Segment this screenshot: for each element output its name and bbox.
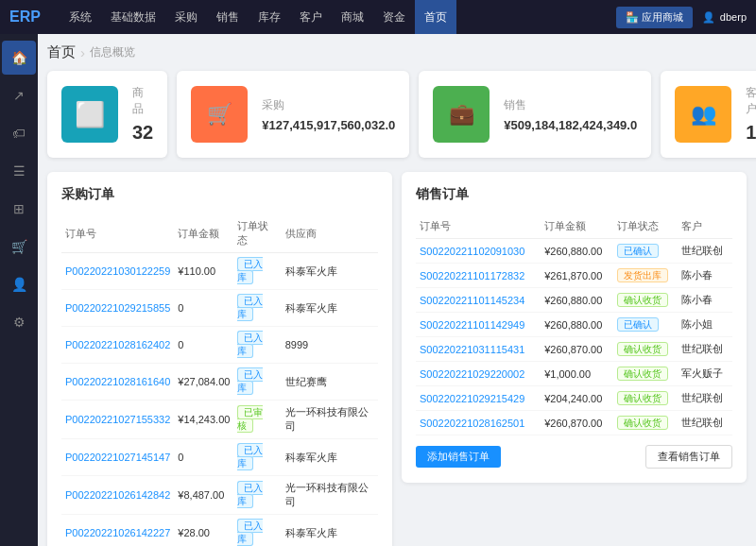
sidebar-grid-icon[interactable]: ⊞ bbox=[2, 192, 36, 226]
sidebar-menu-icon[interactable]: ☰ bbox=[2, 154, 36, 188]
po-status: 已入库 bbox=[233, 327, 281, 364]
nav-home[interactable]: 首页 bbox=[415, 0, 456, 34]
nav-sales[interactable]: 销售 bbox=[207, 0, 249, 34]
so-amount: ¥260,880.00 bbox=[541, 313, 613, 337]
nav-finance[interactable]: 资金 bbox=[373, 0, 415, 34]
table-row: P00220221028162402 0 已入库 8999 bbox=[61, 327, 378, 364]
table-row: S00220221101172832 ¥261,870.00 发货出库 陈小春 bbox=[416, 264, 732, 288]
sidebar-cart-icon[interactable]: 🛒 bbox=[2, 230, 36, 264]
sidebar-tag-icon[interactable]: 🏷 bbox=[2, 116, 36, 150]
user-avatar-icon: 👤 bbox=[702, 11, 715, 24]
purchase-orders-col: 采购订单 订单号 订单金额 订单状态 供应商 P0022022103012 bbox=[47, 172, 392, 546]
sales-icon: 💼 bbox=[433, 86, 490, 143]
po-supplier: 科泰军火库 bbox=[282, 253, 378, 290]
username: dberp bbox=[720, 11, 747, 23]
table-row: P00220221026142227 ¥28.00 已入库 科泰军火库 bbox=[61, 515, 378, 547]
purchase-value: ¥127,415,917,560,032.0 bbox=[262, 118, 395, 132]
so-customer: 陈小春 bbox=[678, 264, 732, 288]
po-status: 已入库 bbox=[233, 515, 281, 547]
top-right: 🏪 应用商城 👤 dberp bbox=[616, 7, 747, 28]
stat-card-goods: ⬜ 商品 32 bbox=[47, 71, 167, 158]
po-amount: ¥27,084.00 bbox=[174, 364, 233, 401]
so-status: 确认收货 bbox=[613, 386, 679, 411]
app-store-button[interactable]: 🏪 应用商城 bbox=[616, 7, 693, 28]
so-status: 确认收货 bbox=[613, 411, 679, 435]
po-order-link[interactable]: P00220221027155332 bbox=[65, 414, 170, 425]
po-status: 已入库 bbox=[233, 439, 281, 476]
po-supplier: 光一环科技有限公司 bbox=[282, 401, 378, 439]
user-info: 👤 dberp bbox=[702, 11, 747, 24]
customers-value: 14 bbox=[746, 122, 756, 144]
purchase-orders-title: 采购订单 bbox=[61, 186, 378, 203]
so-order-link[interactable]: S00220221101172832 bbox=[420, 270, 524, 282]
sales-label: 销售 bbox=[504, 97, 637, 113]
so-order-link[interactable]: S00220221101145234 bbox=[420, 295, 524, 306]
customers-info: 客户 14 bbox=[746, 85, 756, 144]
sidebar-home-icon[interactable]: 🏠 bbox=[2, 41, 36, 75]
nav-inventory[interactable]: 库存 bbox=[249, 0, 290, 34]
po-order-link[interactable]: P00220221026142227 bbox=[65, 527, 170, 538]
nav-purchase[interactable]: 采购 bbox=[165, 0, 207, 34]
sidebar-share-icon[interactable]: ↗ bbox=[2, 78, 36, 112]
table-row: P00220221029215855 0 已入库 科泰军火库 bbox=[61, 290, 378, 327]
sidebar-settings-icon[interactable]: ⚙ bbox=[2, 305, 36, 339]
po-order-link[interactable]: P00220221026142842 bbox=[65, 489, 170, 501]
po-order-link[interactable]: P00220221027145147 bbox=[65, 452, 170, 463]
so-order-link[interactable]: S00220221031115431 bbox=[420, 344, 524, 355]
purchase-info: 采购 ¥127,415,917,560,032.0 bbox=[262, 97, 395, 132]
purchase-orders-table: 订单号 订单金额 订单状态 供应商 P00220221030122259 ¥11… bbox=[61, 214, 378, 546]
stat-card-customers: 👥 客户 14 bbox=[661, 71, 756, 158]
so-customer: 世纪联创 bbox=[678, 411, 732, 435]
so-order-link[interactable]: S00220221029220002 bbox=[420, 368, 524, 380]
so-customer: 世纪联创 bbox=[678, 386, 732, 411]
nav-customer[interactable]: 客户 bbox=[290, 0, 332, 34]
po-supplier: 科泰军火库 bbox=[282, 515, 378, 547]
po-amount: ¥14,243.00 bbox=[174, 401, 233, 439]
po-order-link[interactable]: P00220221029215855 bbox=[65, 302, 170, 314]
so-col-status: 订单状态 bbox=[613, 214, 679, 239]
po-supplier: 世纪赛鹰 bbox=[282, 364, 378, 401]
po-amount: ¥110.00 bbox=[174, 253, 233, 290]
customers-icon: 👥 bbox=[675, 86, 731, 143]
nav-base-data[interactable]: 基础数据 bbox=[101, 0, 165, 34]
stat-cards: ⬜ 商品 32 🛒 采购 ¥127,415,917,560,032.0 💼 销售… bbox=[47, 71, 747, 158]
po-status: 已入库 bbox=[233, 476, 281, 515]
po-order-link[interactable]: P00220221030122259 bbox=[65, 265, 170, 277]
so-customer: 军火贩子 bbox=[678, 362, 732, 386]
sidebar-user-icon[interactable]: 👤 bbox=[2, 267, 36, 301]
so-order-link[interactable]: S00220221029215429 bbox=[420, 393, 524, 404]
po-supplier: 光一环科技有限公司 bbox=[282, 476, 378, 515]
so-amount: ¥204,240.00 bbox=[541, 386, 613, 411]
so-customer: 世纪联创 bbox=[678, 337, 732, 362]
table-row: P00220221030122259 ¥110.00 已入库 科泰军火库 bbox=[61, 253, 378, 290]
so-col-id: 订单号 bbox=[416, 214, 541, 239]
nav-shop[interactable]: 商城 bbox=[332, 0, 373, 34]
po-supplier: 科泰军火库 bbox=[282, 290, 378, 327]
table-row: P00220221027155332 ¥14,243.00 已审核 光一环科技有… bbox=[61, 401, 378, 439]
nav-system[interactable]: 系统 bbox=[60, 0, 101, 34]
so-status: 确认收货 bbox=[613, 288, 679, 313]
so-order-link[interactable]: S00220221028162501 bbox=[420, 418, 524, 429]
po-status: 已入库 bbox=[233, 290, 281, 327]
po-order-link[interactable]: P00220221028161640 bbox=[65, 376, 170, 387]
stat-card-purchase: 🛒 采购 ¥127,415,917,560,032.0 bbox=[177, 71, 409, 158]
so-col-amount: 订单金额 bbox=[541, 214, 613, 239]
so-status: 已确认 bbox=[613, 313, 679, 337]
so-order-link[interactable]: S00220221102091030 bbox=[420, 246, 524, 257]
table-row: P00220221028161640 ¥27,084.00 已入库 世纪赛鹰 bbox=[61, 364, 378, 401]
po-amount: 0 bbox=[174, 290, 233, 327]
so-customer: 陈小春 bbox=[678, 288, 732, 313]
so-col-customer: 客户 bbox=[678, 214, 732, 239]
sales-info: 销售 ¥509,184,182,424,349.0 bbox=[504, 97, 637, 132]
so-order-link[interactable]: S00220221101142949 bbox=[420, 319, 524, 331]
add-sales-order-button[interactable]: 添加销售订单 bbox=[416, 446, 501, 468]
goods-icon: ⬜ bbox=[61, 86, 118, 143]
po-supplier: 8999 bbox=[282, 327, 378, 364]
stat-card-sales: 💼 销售 ¥509,184,182,424,349.0 bbox=[419, 71, 651, 158]
view-sales-orders-button[interactable]: 查看销售订单 bbox=[645, 445, 732, 469]
so-customer: 陈小姐 bbox=[678, 313, 732, 337]
po-order-link[interactable]: P00220221028162402 bbox=[65, 339, 170, 350]
po-col-status: 订单状态 bbox=[233, 214, 281, 253]
sales-orders-table: 订单号 订单金额 订单状态 客户 S00220221102091030 ¥260… bbox=[416, 214, 732, 435]
po-supplier: 科泰军火库 bbox=[282, 439, 378, 476]
